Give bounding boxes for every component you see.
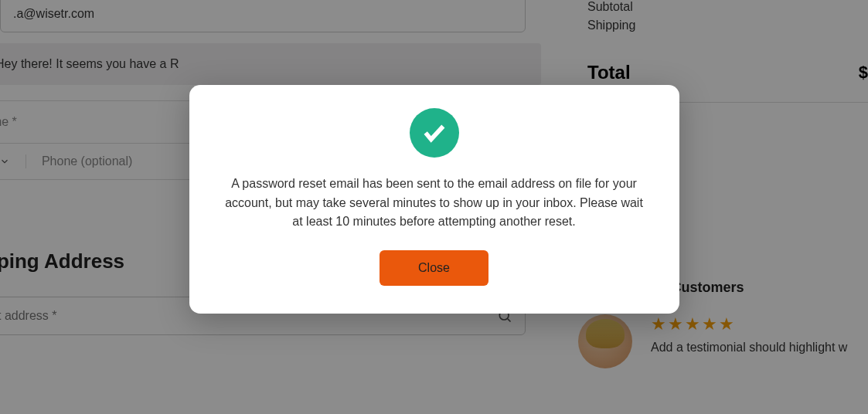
close-button[interactable]: Close: [380, 250, 488, 286]
success-check-icon: [410, 108, 459, 158]
modal-message: A password reset email has been sent to …: [220, 175, 648, 232]
password-reset-modal: A password reset email has been sent to …: [189, 85, 679, 314]
modal-overlay[interactable]: A password reset email has been sent to …: [0, 0, 868, 414]
